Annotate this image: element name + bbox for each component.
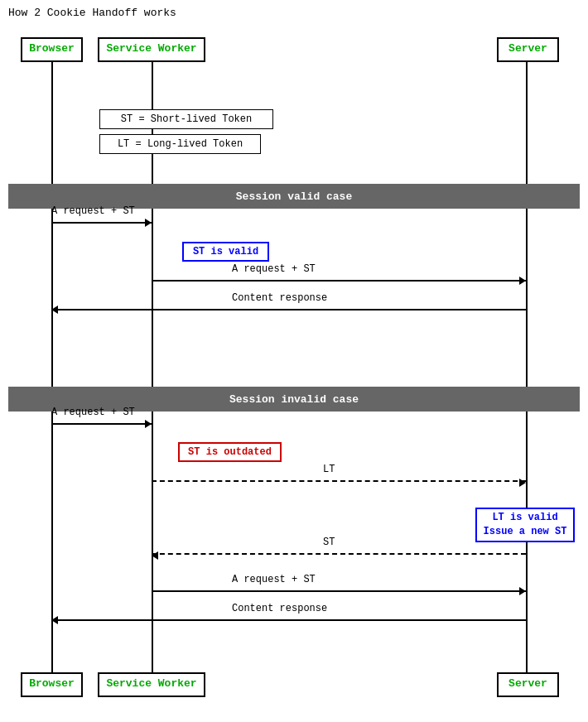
diagram-container: How 2 Cookie Handoff works Browser Servi… bbox=[0, 0, 588, 722]
st-outdated-note: ST is outdated bbox=[178, 442, 282, 462]
st-valid-note: ST is valid bbox=[182, 242, 269, 262]
arrow-req-st-3 bbox=[51, 419, 152, 429]
arrow-content-resp-2 bbox=[51, 615, 526, 625]
lifeline-server bbox=[526, 62, 528, 675]
label-lt: LT bbox=[323, 464, 335, 475]
actor-service-worker-top: Service Worker bbox=[98, 37, 205, 62]
actor-server-top: Server bbox=[497, 37, 559, 62]
actor-server-bottom: Server bbox=[497, 672, 559, 697]
lifeline-service-worker bbox=[152, 62, 153, 675]
lt-valid-note: LT is valid Issue a new ST bbox=[475, 508, 575, 542]
lt-definition: LT = Long-lived Token bbox=[99, 134, 261, 154]
label-content-resp-2: Content response bbox=[232, 603, 327, 614]
label-req-st-4: A request + ST bbox=[232, 574, 316, 585]
label-req-st-2: A request + ST bbox=[232, 263, 316, 275]
arrow-req-st-4 bbox=[152, 586, 526, 596]
lifeline-browser bbox=[51, 62, 53, 675]
arrow-st bbox=[152, 549, 526, 559]
arrow-content-resp-1 bbox=[51, 305, 526, 315]
st-definition: ST = Short-lived Token bbox=[99, 109, 273, 129]
label-content-resp-1: Content response bbox=[232, 292, 327, 304]
actor-service-worker-bottom: Service Worker bbox=[98, 672, 205, 697]
diagram-title: How 2 Cookie Handoff works bbox=[8, 7, 176, 19]
arrow-req-st-2 bbox=[152, 276, 526, 286]
label-st: ST bbox=[323, 537, 335, 548]
label-req-st-1: A request + ST bbox=[51, 205, 135, 217]
arrow-lt bbox=[152, 476, 526, 486]
actor-browser-top: Browser bbox=[21, 37, 83, 62]
actor-browser-bottom: Browser bbox=[21, 672, 83, 697]
label-req-st-3: A request + ST bbox=[51, 407, 135, 418]
arrow-req-st-1 bbox=[51, 218, 152, 228]
